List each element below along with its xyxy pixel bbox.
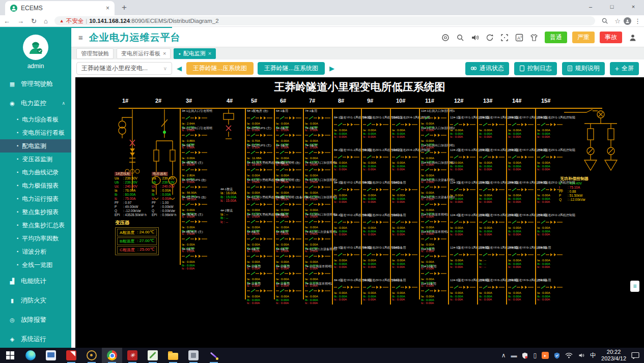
feeder-8#-3隧道YF/2-1风机控制箱[interactable]: 8#-3隧道YF/2-1风机控制箱Ia : 0.00AIb : 0.00AIc …: [334, 174, 361, 207]
remote-app-icon[interactable]: [41, 348, 61, 363]
feeder-7#-9左洞二次设备照明2[interactable]: 7#-9左洞二次设备照明2Ia : 0.00AIb : 0.00AIc : 0.…: [305, 248, 332, 265]
feeder-7#-5左洞入口加强照明2[interactable]: 7#-5左洞入口加强照明2Ia : 0.00AIb : 0.00AIc : 0.…: [305, 178, 332, 196]
feeder-11#-3右洞出口加强照明1[interactable]: 11#-3右洞出口加强照明1Ia : 0.00AIb : 0.00AIc : 0…: [421, 144, 448, 161]
feeder-7#-4左洞入口加强照明1[interactable]: 7#-4左洞入口加强照明1Ia : 0.00AIb : 0.00AIc : 0.…: [305, 161, 332, 178]
feeder-6#-8备用[interactable]: 6#-8备用Ia : 0.00AIb : 0.00AIc : 0.00A: [276, 230, 303, 248]
feeder-5#-10备用[interactable]: 5#-10备用Ia : 0.00AIb : 0.00AIc : 0.00A: [247, 265, 274, 282]
sidebar-subitem-电力极值报表[interactable]: •电力极值报表: [0, 179, 71, 192]
new-tab-button[interactable]: +: [122, 3, 127, 13]
feeder-14#-4隧道YF/8-2风机控制箱[interactable]: 14#-4隧道YF/8-2风机控制箱Ia : 0.00AIb : 0.00AIc…: [508, 207, 535, 239]
feeder-9#-4隧道ZF/2-2风机控制箱[interactable]: 9#-4隧道ZF/2-2风机控制箱Ia : 0.00AIb : 0.00AIc …: [363, 207, 390, 239]
feeder-3#-4配电房 (主)[interactable]: 3#-4配电房 (主)Ia : 2.80AIb : 0.70AIc : 0.00…: [182, 161, 220, 178]
feeder-3#-2左洞出口引道照明[interactable]: 3#-2左洞出口引道照明Ia : 0.88AIb : 0.88AIc : 0.8…: [182, 127, 220, 144]
feeder-5#-5左洞小里程风机控制箱[interactable]: 5#-5左洞小里程风机控制箱Ia : 0.00AIb : 0.00AIc : 0…: [247, 178, 274, 196]
translate-icon[interactable]: A文: [515, 34, 523, 42]
feeder-15#-5备用[interactable]: 15#-5备用Ia : 0.00AIb : 0.00AIc : 0.00A: [537, 239, 564, 272]
feeder-9#-3隧道ZF/2-1风机控制箱[interactable]: 9#-3隧道ZF/2-1风机控制箱Ia : 0.00AIb : 0.00AIc …: [363, 174, 390, 207]
pen-tool-icon[interactable]: [204, 348, 224, 363]
feeder-7#-11左洞基本照明2[interactable]: 7#-11左洞基本照明2Ia : 0.00AIb : 0.00AIc : 0.0…: [305, 282, 332, 299]
feeder-5#-2控制UPS (主)[interactable]: 5#-2控制UPS (主)Ia : 0.70AIb : 0.40AIc : 0.…: [247, 127, 274, 144]
feeder-12#-4隧道YF/2-2风机控制箱[interactable]: 12#-4隧道YF/2-2风机控制箱Ia : 0.00AIb : 0.00AIc…: [450, 207, 477, 239]
sidebar-item-消防火灾[interactable]: ▮消防火灾: [0, 291, 71, 310]
feeder-7#-6左洞出口加强照明1[interactable]: 7#-6左洞出口加强照明1Ia : 0.00AIb : 0.00AIc : 0.…: [305, 196, 332, 213]
feeder-8#-1隧道YF/1-1风机控制箱[interactable]: 8#-1隧道YF/1-1风机控制箱Ia : 0.00AIb : 0.00AIc …: [334, 109, 361, 142]
tab-close-icon[interactable]: ×: [106, 5, 109, 12]
speaker-icon[interactable]: [578, 352, 585, 358]
sidebar-item-故障报警[interactable]: ◎故障报警: [0, 310, 71, 329]
feeder-12#-3隧道YF/2-1风机控制箱[interactable]: 12#-3隧道YF/2-1风机控制箱Ia : 0.00AIb : 0.00AIc…: [450, 174, 477, 207]
feeder-3#-5控制UPS (急)[interactable]: 3#-5控制UPS (急)Ia : 56.90AIb : 44.70AIc : …: [182, 178, 220, 196]
clock[interactable]: 20:22 2023/4/12: [601, 349, 626, 362]
feeder-12#-6隧道YF/3-2风机控制箱[interactable]: 12#-6隧道YF/3-2风机控制箱Ia : 0.00AIb : 0.00AIc…: [450, 272, 477, 305]
sunlogin-icon[interactable]: ▸: [542, 352, 549, 359]
feeder-3#-6监控UPS (急)[interactable]: 3#-6监控UPS (急)Ia : 0.00AIb : 0.00AIc : 0.…: [182, 196, 220, 213]
feeder-13#-1隧道YF/4-1风机控制箱[interactable]: 13#-1隧道YF/4-1风机控制箱Ia : 0.00AIb : 0.00AIc…: [479, 109, 506, 142]
sidebar-subitem-电力曲线记录[interactable]: •电力曲线记录: [0, 166, 71, 179]
volume-icon[interactable]: [471, 34, 479, 42]
feeder-3#-7配电房 (主)[interactable]: 3#-7配电房 (主)Ia : 0.00AIb : 0.00AIc : 0.00…: [182, 213, 220, 230]
reload-icon[interactable]: ↻: [31, 17, 37, 25]
feeder-10#-2隧道ZF/4-2风机控制箱[interactable]: 10#-2隧道ZF/4-2风机控制箱Ia : 0.00AIb : 0.00AIc…: [392, 142, 419, 174]
home-icon[interactable]: ⌂: [44, 17, 48, 25]
prev-diagram-icon[interactable]: ◀: [177, 65, 182, 72]
feeder-7#-10左洞基本照明1[interactable]: 7#-10左洞基本照明1Ia : 0.00AIb : 0.00AIc : 0.0…: [305, 265, 332, 282]
display-tray-icon[interactable]: ▬: [511, 352, 517, 359]
feeder-3#-1左洞入口引道照明[interactable]: 3#-1左洞入口引道照明Ia : 2.64AIb : 0.00AIc : 0.8…: [182, 109, 220, 127]
feeder-11#-2右洞入口加强照明2[interactable]: 11#-2右洞入口加强照明2Ia : 0.00AIb : 0.00AIc : 0…: [421, 127, 448, 144]
feeder-9#-6隧道ZF/3-2风机控制箱[interactable]: 9#-6隧道ZF/3-2风机控制箱Ia : 0.00AIb : 0.00AIc …: [363, 272, 390, 305]
sidebar-item-电力监控[interactable]: ◉电力监控∧: [0, 94, 71, 113]
feeder-6#-7备用[interactable]: 6#-7备用Ia : 0.00AIb : 0.00AIc : 0.00A: [276, 213, 303, 230]
feeder-6#-11备用[interactable]: 6#-11备用Ia : 0.00AIb : 0.00AIc : 0.00A: [276, 282, 303, 299]
feeder-8#-5隧道YF/3-1风机控制箱[interactable]: 8#-5隧道YF/3-1风机控制箱Ia : 0.00AIb : 0.00AIc …: [334, 239, 361, 272]
feeder-5#-1配电房 (急)[interactable]: 5#-1配电房 (急)Ia : 0.00AIb : 0.00AIc : 0.00…: [247, 109, 274, 127]
action-button-控制日志[interactable]: 控制日志: [514, 62, 557, 75]
notepad-icon[interactable]: [143, 348, 163, 363]
user-avatar[interactable]: [23, 35, 48, 60]
feeder-10#-4备用[interactable]: 10#-4备用Ia : 0.00AIb : 0.00AIc : 0.00A: [392, 207, 419, 239]
feeder-10#-6备用[interactable]: 10#-6备用Ia : 0.00AIb : 0.00AIc : 0.00A: [392, 272, 419, 305]
feeder-6#-1备用[interactable]: 6#-1备用Ia : 0.00AIb : 0.00AIc : 0.00A: [276, 109, 303, 127]
maximize-button[interactable]: □: [601, 0, 623, 13]
feeder-15#-2隧道ZF/1-2风机控制箱[interactable]: 15#-2隧道ZF/1-2风机控制箱Ia : 0.00AIb : 0.00AIc…: [537, 142, 564, 174]
feeder-12#-2隧道YF/1-2风机控制箱[interactable]: 12#-2隧道YF/1-2风机控制箱Ia : 0.00AIb : 0.00AIc…: [450, 142, 477, 174]
red-app-icon[interactable]: [122, 348, 143, 363]
feeder-15#-6备用[interactable]: 15#-6备用Ia : 0.00AIb : 0.00AIc : 0.00A: [537, 272, 564, 305]
sidebar-subitem-平均功率因数[interactable]: •平均功率因数: [0, 232, 71, 245]
feeder-11#-6右洞二次设备照明2[interactable]: 11#-6右洞二次设备照明2Ia : 0.00AIb : 0.00AIc : 0…: [421, 196, 448, 213]
fullscreen-icon[interactable]: [500, 34, 509, 42]
sidebar-item-系统运行[interactable]: ◈系统运行: [0, 329, 71, 348]
feeder-4#-2整流[interactable]: 4#-2整流Ia : --Ib : --Ic : --: [220, 209, 245, 224]
feeder-6#-3备用[interactable]: 6#-3备用Ia : 0.00AIb : 0.00AIc : 0.00A: [276, 144, 303, 161]
feeder-5#-7左洞大里程风机控制箱[interactable]: 5#-7左洞大里程风机控制箱Ia : 0.00AIb : 0.00AIc : 0…: [247, 213, 274, 230]
browser-menu-icon[interactable]: ⋮: [634, 17, 641, 25]
sidebar-subitem-电力运行报表[interactable]: •电力运行报表: [0, 192, 71, 205]
close-tab-icon[interactable]: ×: [208, 50, 211, 56]
diagram-tab-1[interactable]: 王莽岭隧...压系统图: [258, 62, 325, 75]
alarm-button-事故[interactable]: 事故: [600, 32, 622, 43]
wifi-icon[interactable]: [565, 352, 573, 358]
feeder-7#-2备用[interactable]: 7#-2备用Ia : 0.00AIb : 0.00AIc : 0.00A: [305, 127, 332, 144]
feeder-11#-5右洞二次设备照明1[interactable]: 11#-5右洞二次设备照明1Ia : 0.00AIb : 0.00AIc : 0…: [421, 178, 448, 196]
feeder-5#-11备用[interactable]: 5#-11备用Ia : 0.00AIb : 0.00AIc : 0.00A: [247, 282, 274, 299]
feeder-7#-7左洞出口加强照明2[interactable]: 7#-7左洞出口加强照明2Ia : 0.00AIb : 0.00AIc : 0.…: [305, 213, 332, 230]
feeder-10#-3备用[interactable]: 10#-3备用Ia : 0.00AIb : 0.00AIc : 0.00A: [392, 174, 419, 207]
address-bar[interactable]: ▲ 不安全 | 10.141.168.124 :8090/ECEMS/Distr…: [54, 16, 596, 25]
feeder-13#-6隧道YF/6-2风机控制箱[interactable]: 13#-6隧道YF/6-2风机控制箱Ia : 0.00AIb : 0.00AIc…: [479, 272, 506, 305]
feeder-3#-9备用[interactable]: 3#-9备用Ia : 0.00AIb : 0.00AIc : 0.00A: [182, 248, 220, 265]
theme-shirt-icon[interactable]: [530, 34, 538, 42]
chrome-icon[interactable]: [102, 348, 122, 363]
page-tab-变电所运行看板[interactable]: 变电所运行看板×: [117, 48, 171, 59]
sidebar-subitem-谐波分析[interactable]: •谐波分析: [0, 245, 71, 258]
page-tab-配电监测[interactable]: ●配电监测×: [174, 48, 216, 59]
profile-avatar[interactable]: [624, 17, 631, 25]
sidebar-subitem-整点集抄汇总表[interactable]: •整点集抄汇总表: [0, 219, 71, 232]
browser-tab[interactable]: ECEMS ×: [5, 1, 115, 15]
feeder-7#-3备用[interactable]: 7#-3备用Ia : 0.00AIb : 0.00AIc : 0.00A: [305, 144, 332, 161]
feeder-12#-1隧道YF/1-1风机控制箱[interactable]: 12#-1隧道YF/1-1风机控制箱Ia : 0.00AIb : 0.00AIc…: [450, 109, 477, 142]
sidebar-subitem-整点集抄报表[interactable]: •整点集抄报表: [0, 205, 71, 219]
feeder-10#-1隧道ZF/4-1风机控制箱[interactable]: 10#-1隧道ZF/4-1风机控制箱Ia : 0.00AIb : 0.00AIc…: [392, 109, 419, 142]
gray-app-icon[interactable]: [183, 348, 204, 363]
feeder-6#-5隧道照明 (急)[interactable]: 6#-5隧道照明 (急)Ia : 0.00AIb : 0.00AIc : 0.0…: [276, 178, 303, 196]
feeder-6#-9备用[interactable]: 6#-9备用Ia : 0.00AIb : 0.00AIc : 0.00A: [276, 248, 303, 265]
feeder-9#-2隧道ZF/1-2风机控制箱[interactable]: 9#-2隧道ZF/1-2风机控制箱Ia : 0.00AIb : 0.00AIc …: [363, 142, 390, 174]
